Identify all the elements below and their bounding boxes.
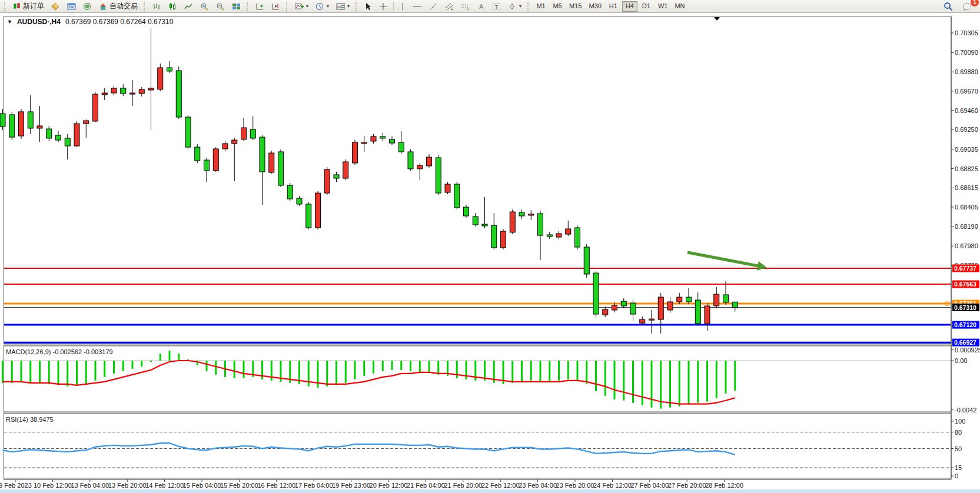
toolbar-grip[interactable] (4, 2, 7, 11)
toolbar-grip[interactable] (286, 2, 289, 11)
market-watch-button[interactable] (48, 1, 63, 12)
crosshair-tool-button[interactable] (376, 1, 390, 12)
candle (28, 112, 33, 128)
text-label-icon: T (492, 2, 501, 11)
time-axis-label[interactable]: 21 Feb 20:00 (444, 482, 482, 489)
autotrading-button[interactable]: 自动交易 (96, 1, 141, 12)
time-axis-label[interactable]: 27 Feb 20:00 (668, 482, 706, 489)
rsi-label: RSI(14) 38.9475 (6, 416, 54, 423)
svg-text:A: A (479, 3, 484, 10)
zoom-in-button[interactable] (197, 1, 212, 12)
chart-canvas[interactable]: 0.703050.700900.698800.696700.694600.692… (0, 14, 980, 493)
time-axis-label[interactable]: 15 Feb 04:00 (183, 482, 221, 489)
time-axis-label[interactable]: 16 Feb 12:00 (257, 482, 295, 489)
toolbar-grip[interactable] (356, 2, 358, 11)
time-axis-label[interactable]: 15 Feb 20:00 (220, 482, 258, 489)
candle (19, 112, 24, 136)
new-order-button[interactable]: 新订单 (10, 1, 47, 12)
candle (529, 214, 534, 215)
toolbar-grip[interactable] (247, 2, 250, 11)
chart-ohlc-label: 0.67369 0.67369 0.67264 0.67310 (65, 18, 174, 26)
toolbar-grip[interactable] (527, 2, 530, 11)
time-axis-label[interactable]: 24 Feb 12:00 (593, 482, 632, 489)
time-axis-label[interactable]: 19 Feb 23:00 (332, 482, 370, 489)
data-window-button[interactable] (64, 1, 79, 12)
time-axis-label[interactable]: 27 Feb 04:00 (630, 482, 669, 489)
price-line-label: 0.66927 (954, 339, 976, 346)
candle (510, 212, 515, 232)
auto-scroll-icon (255, 2, 264, 11)
search-icon (944, 2, 953, 11)
candle (538, 214, 543, 235)
chart-shift-button[interactable] (268, 1, 283, 12)
timeframe-H1[interactable]: H1 (606, 1, 621, 12)
bar-chart-button[interactable] (150, 1, 164, 12)
timeframe-MN[interactable]: MN (672, 1, 687, 12)
candle (658, 297, 663, 319)
periods-button[interactable]: ▾ (313, 1, 332, 12)
time-axis-label[interactable]: 20 Feb 12:00 (370, 482, 408, 489)
time-axis-label[interactable]: 23 Feb 04:00 (519, 482, 557, 489)
time-axis-label[interactable]: 22 Feb 12:00 (481, 482, 520, 489)
timeframe-M1[interactable]: M1 (533, 1, 549, 12)
price-axis-tick: 0.68615 (955, 184, 978, 191)
autotrading-icon (99, 2, 108, 11)
channel-tool-button[interactable]: E (441, 1, 457, 12)
templates-button[interactable]: ▾ (333, 1, 353, 12)
time-axis-label[interactable]: 10 Feb 12:00 (34, 482, 72, 489)
candle (213, 149, 218, 171)
timeframe-H4[interactable]: H4 (622, 1, 637, 12)
candle (464, 207, 469, 216)
chevron-down-icon[interactable]: ▼ (7, 19, 12, 25)
time-axis-label[interactable]: 13 Feb 20:00 (108, 482, 147, 489)
text-label-tool-button[interactable]: T (489, 1, 504, 12)
line-chart-button[interactable] (181, 1, 196, 12)
candlestick-chart-button[interactable] (165, 1, 180, 12)
timeframe-M15[interactable]: M15 (566, 1, 584, 12)
candle (353, 142, 358, 163)
candle (714, 294, 719, 306)
candle (427, 157, 432, 166)
timeframe-group: M1M5M15M30H1H4D1W1MN (533, 1, 687, 12)
timeframe-M30[interactable]: M30 (586, 1, 604, 12)
price-axis-tick: 0.69250 (955, 126, 978, 133)
tile-windows-button[interactable] (229, 1, 244, 12)
timeframe-W1[interactable]: W1 (655, 1, 671, 12)
new-order-label: 新订单 (23, 1, 44, 11)
toolbar-grip[interactable] (144, 2, 147, 11)
auto-scroll-button[interactable] (253, 1, 267, 12)
text-tool-button[interactable]: A (474, 1, 488, 12)
fibonacci-tool-button[interactable]: F (458, 1, 473, 12)
indicators-button[interactable]: ▾ (292, 1, 311, 12)
notifications-button[interactable]: 1 (959, 1, 975, 12)
chevron-down-icon: ▾ (347, 4, 350, 9)
time-axis-label[interactable]: 21 Feb 04:00 (407, 482, 445, 489)
time-axis-label[interactable]: 28 Feb 12:00 (705, 482, 743, 489)
candle (398, 142, 404, 152)
vertical-line-tool-button[interactable] (397, 1, 408, 12)
navigator-button[interactable] (80, 1, 95, 12)
rsi-axis-tick: 100 (955, 418, 965, 425)
toolbar: 新订单 自动交 (0, 0, 980, 13)
candle (204, 160, 210, 171)
chart-symbol-label: AUDUSD-,H4 (17, 18, 61, 26)
timeframe-M5[interactable]: M5 (550, 1, 565, 12)
candle (148, 88, 154, 90)
time-axis-label[interactable]: 23 Feb 20:00 (556, 482, 594, 489)
arrows-tool-button[interactable]: ▾ (505, 1, 524, 12)
time-axis-label[interactable]: 17 Feb 04:00 (295, 482, 333, 489)
search-button[interactable] (941, 1, 956, 12)
timeframe-D1[interactable]: D1 (639, 1, 654, 12)
zoom-in-icon (200, 2, 209, 11)
horizontal-line-tool-button[interactable] (410, 1, 425, 12)
chart-shift-icon (271, 2, 280, 11)
time-axis-label[interactable]: 9 Feb 2023 (0, 482, 32, 489)
time-axis-label[interactable]: 14 Feb 12:00 (145, 482, 184, 489)
zoom-out-button[interactable] (213, 1, 228, 12)
trendline-tool-button[interactable] (426, 1, 440, 12)
toolbar-separator (393, 2, 394, 11)
shapes-icon (508, 2, 517, 11)
candle (102, 93, 107, 95)
time-axis-label[interactable]: 13 Feb 04:00 (71, 482, 109, 489)
cursor-tool-button[interactable] (361, 1, 375, 12)
